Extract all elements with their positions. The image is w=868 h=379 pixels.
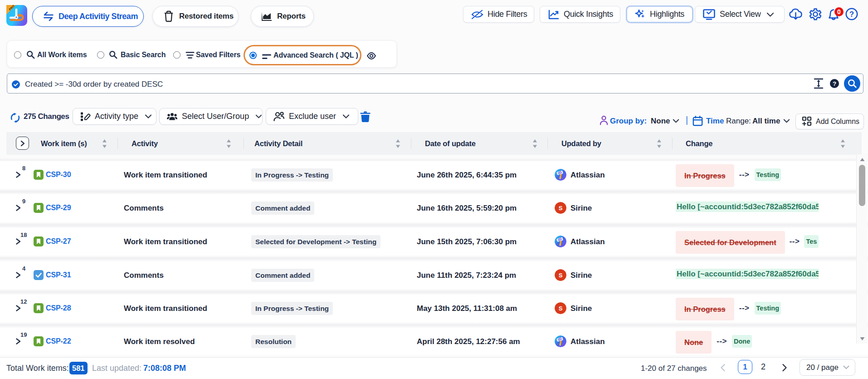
svg-text:?: ? (849, 10, 854, 18)
svg-text:?: ? (833, 80, 836, 87)
svg-text:0: 0 (837, 8, 841, 15)
